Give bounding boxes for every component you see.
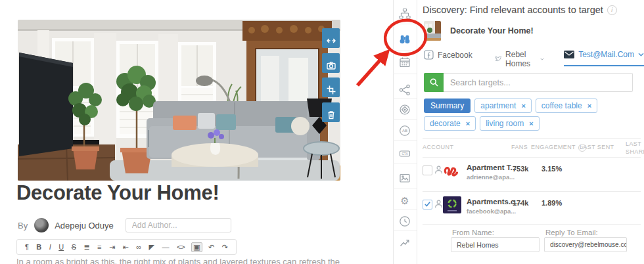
engagement-value: 3.15% — [541, 165, 562, 173]
divider — [423, 191, 641, 192]
search-button[interactable] — [424, 73, 444, 92]
resize-image-button[interactable] — [322, 28, 340, 48]
twitter-icon — [495, 55, 501, 64]
redo-button[interactable]: ↷ — [221, 243, 229, 252]
remove-tag-icon[interactable]: × — [529, 120, 533, 127]
sidebar-item-ab-test[interactable]: AB — [393, 121, 417, 141]
table-row[interactable]: Apartments.c... facebook@apa... 174k 1.8… — [423, 195, 641, 225]
sidebar-item-history[interactable] — [393, 211, 417, 231]
replace-photo-button[interactable] — [322, 53, 340, 73]
bold-button[interactable]: B — [35, 243, 43, 252]
sidebar-item-settings[interactable]: ⚙ — [393, 190, 417, 210]
sidebar-item-stats[interactable] — [393, 232, 417, 252]
outdent-button[interactable]: ⇤ — [122, 243, 130, 252]
indent-button[interactable]: ⇥ — [108, 243, 116, 252]
author-avatar[interactable] — [34, 218, 49, 232]
chevron-down-icon — [638, 53, 644, 56]
article-body-preview[interactable]: In a room as bright as this, the right m… — [16, 257, 340, 264]
reply-email-label: Reply To Email: — [545, 229, 598, 236]
byline-prefix: By — [18, 221, 28, 231]
add-author-input[interactable] — [126, 218, 231, 232]
annotation-arrow — [357, 55, 385, 85]
tag-chip-apartment[interactable]: apartment × — [474, 99, 531, 113]
tag-label: apartment — [480, 101, 516, 110]
underline-button[interactable]: U — [57, 243, 65, 252]
undo-button[interactable]: ↶ — [207, 243, 216, 252]
remove-tag-icon[interactable]: × — [521, 102, 525, 110]
table-row[interactable]: Apartment T... adrienne@apa... 753k 3.15… — [423, 161, 641, 191]
post-summary-row: Decorate Your Home! — [424, 21, 534, 41]
code-button[interactable]: <> — [175, 243, 187, 252]
discovery-panel: Discovery: Find relevant accounts to tar… — [423, 0, 644, 264]
binoculars-icon — [398, 33, 411, 46]
image-icon — [399, 172, 411, 184]
crop-icon — [326, 85, 336, 95]
wrap-text-button[interactable]: ◤ — [148, 243, 156, 252]
fans-value: 753k — [513, 165, 528, 173]
from-name-input[interactable] — [451, 237, 540, 252]
from-name-label: From Name: — [452, 229, 494, 236]
strikethrough-button[interactable]: S — [70, 243, 78, 252]
channel-twitter[interactable]: Rebel Homes — [495, 50, 544, 74]
info-icon[interactable]: i — [607, 5, 617, 15]
tag-label: living room — [486, 119, 524, 128]
resize-icon — [326, 35, 336, 46]
link-button[interactable]: ∞ — [135, 243, 143, 252]
hero-image[interactable] — [18, 20, 340, 181]
crop-image-button[interactable] — [322, 77, 340, 97]
paragraph-button[interactable]: ¶ — [24, 243, 30, 252]
sidebar-item-targeting[interactable] — [393, 100, 417, 120]
column-header-last-sent: LAST SENT — [580, 144, 614, 150]
account-name[interactable]: Apartment T... — [467, 164, 517, 171]
bullet-list-button[interactable]: ≣ — [82, 243, 91, 252]
living-room-photo — [18, 20, 340, 181]
clock-icon — [399, 215, 411, 227]
envelope-icon — [564, 51, 574, 58]
channel-email[interactable]: Test@Mail.Com — [564, 50, 644, 66]
check-icon — [424, 201, 431, 208]
channel-facebook-label: Facebook — [438, 51, 472, 60]
column-header-last-share: LAST SHARE — [626, 140, 644, 156]
account-checkbox[interactable] — [423, 165, 432, 175]
ab-test-icon: AB — [399, 125, 411, 137]
horizontal-rule-button[interactable]: — — [160, 243, 170, 252]
channel-twitter-label: Rebel Homes — [505, 50, 536, 68]
reply-email-input[interactable] — [544, 237, 627, 252]
divider — [423, 138, 641, 139]
divider — [423, 224, 641, 225]
tag-label: coffee table — [541, 101, 582, 110]
tag-chip-coffee-table[interactable]: coffee table × — [536, 99, 597, 113]
tag-chip-living-room[interactable]: living room × — [480, 116, 539, 131]
author-name[interactable]: Adepeju Oduye — [55, 221, 114, 231]
format-toolbar: ¶ B I U S ≣ ≡ ⇥ ⇤ ∞ ◤ — <> ▣ ↶ ↷ — [16, 239, 237, 255]
image-toolbar — [322, 28, 340, 127]
sidebar-item-calendar[interactable] — [393, 53, 417, 72]
channel-email-label: Test@Mail.Com — [578, 50, 634, 59]
insert-image-button[interactable]: ▣ — [191, 242, 202, 252]
remove-tag-icon[interactable]: × — [466, 120, 470, 127]
sidebar-item-structure[interactable] — [393, 4, 417, 24]
summary-button[interactable]: Summary — [424, 99, 471, 113]
italic-button[interactable]: I — [48, 243, 53, 252]
divider — [417, 0, 417, 264]
person-icon — [434, 199, 444, 209]
panel-post-title: Decorate Your Home! — [450, 26, 534, 35]
numbered-list-button[interactable]: ≡ — [96, 243, 103, 252]
sidebar-item-share[interactable] — [393, 80, 417, 100]
sidebar-item-media[interactable] — [393, 168, 417, 188]
trash-icon — [326, 110, 336, 120]
delete-image-button[interactable] — [322, 102, 340, 122]
post-title[interactable]: Decorate Your Home! — [16, 181, 219, 205]
sidebar-item-discovery[interactable] — [393, 29, 417, 50]
column-header-engagement: ENGAGEMENT? — [531, 144, 586, 152]
panel-title: Discovery: Find relevant accounts to tar… — [423, 5, 603, 15]
engagement-value: 1.89% — [541, 199, 562, 207]
tag-chip-decorate[interactable]: decorate × — [424, 116, 476, 131]
account-checkbox[interactable] — [423, 200, 432, 209]
channel-facebook[interactable]: Facebook — [424, 50, 472, 66]
column-header-account: ACCOUNT — [423, 144, 453, 150]
search-targets-input[interactable] — [444, 73, 633, 92]
sidebar-item-cta[interactable]: CTA — [393, 144, 417, 164]
column-header-fans: FANS — [511, 144, 528, 150]
remove-tag-icon[interactable]: × — [587, 102, 591, 110]
